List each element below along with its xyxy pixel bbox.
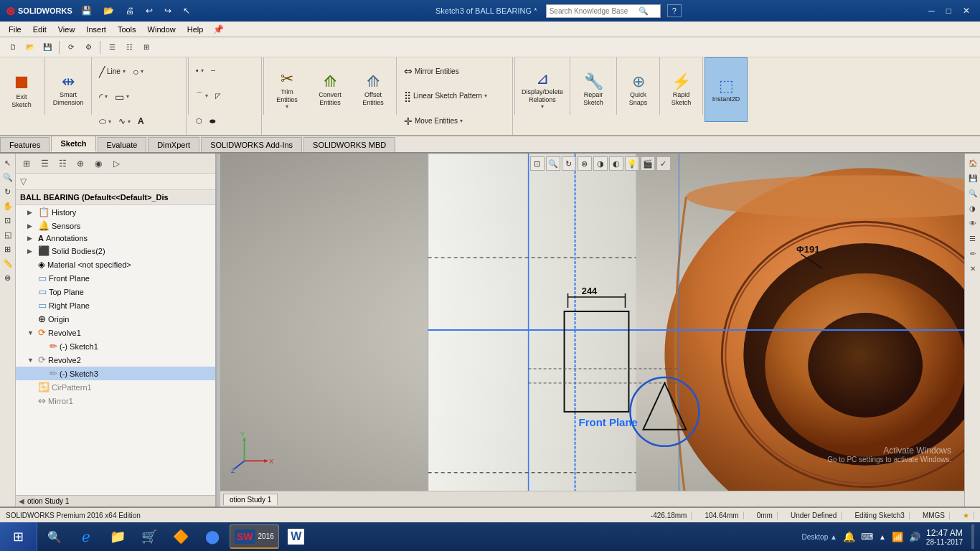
rp-view[interactable]: 👁	[966, 217, 979, 230]
qa-new[interactable]: 🗋	[6, 40, 20, 55]
quick-snaps-btn[interactable]: ⊕ Quick Snaps	[618, 57, 658, 122]
vp-zoom-in[interactable]: 🔍	[546, 156, 560, 171]
close-btn[interactable]: ✕	[958, 4, 974, 17]
exit-sketch-btn[interactable]: ⏹ Exit Sketch	[0, 57, 43, 122]
qa-save[interactable]: 💾	[40, 40, 55, 55]
move-dd[interactable]: ▾	[460, 118, 463, 124]
sidebar-btn-more[interactable]: ▷	[108, 156, 124, 171]
vp-section[interactable]: ⊗	[578, 156, 592, 171]
sidebar-item-top-plane[interactable]: ▶ ▭ Top Plane	[16, 285, 215, 298]
lp-zoom[interactable]: 🔍	[1, 171, 14, 184]
spline-btn[interactable]: ∿ ▾	[116, 115, 133, 128]
taskbar-arrow-up[interactable]: ▲	[879, 533, 886, 541]
sidebar-btn-list2[interactable]: ☷	[55, 156, 70, 171]
qa-extra2[interactable]: ☷	[122, 40, 136, 55]
menu-insert[interactable]: Insert	[80, 24, 112, 35]
vp-scene[interactable]: 🎬	[641, 156, 655, 171]
rect-btn[interactable]: ▭ ▾	[112, 90, 132, 104]
lp-pan[interactable]: ✋	[1, 199, 14, 212]
start-button[interactable]: ⊞	[0, 522, 37, 551]
title-quick-open[interactable]: 📂	[100, 4, 117, 17]
point-btn[interactable]: •▾	[193, 65, 207, 76]
centerline-btn[interactable]: ╌	[208, 65, 218, 76]
taskbar-network[interactable]: 📶	[892, 532, 903, 542]
menu-help[interactable]: Help	[182, 24, 209, 35]
rp-list[interactable]: ☰	[966, 232, 979, 245]
tab-dimxpert[interactable]: DimXpert	[148, 137, 199, 152]
qa-extra1[interactable]: ☰	[105, 40, 119, 55]
qa-extra3[interactable]: ⊞	[139, 40, 154, 55]
motion-study-tab[interactable]: otion Study 1	[223, 494, 278, 505]
sidebar-item-sketch3[interactable]: ▶ ✏ (-) Sketch3	[16, 367, 215, 380]
fillet-dd[interactable]: ▾	[205, 93, 208, 99]
taskbar-ie[interactable]: ℯ	[72, 524, 100, 549]
title-quick-redo[interactable]: ↪	[161, 4, 174, 17]
lp-rotate[interactable]: ↻	[1, 185, 14, 198]
line-btn[interactable]: ╱ Line ▾	[96, 65, 128, 79]
sidebar-btn-target[interactable]: ⊕	[72, 156, 88, 171]
sidebar-item-annotations[interactable]: ▶ A Annotations	[16, 232, 215, 244]
qa-open[interactable]: 📂	[23, 40, 37, 55]
annotations-expand[interactable]: ▶	[27, 235, 36, 242]
taskbar-word[interactable]: W	[282, 524, 311, 549]
lp-view2[interactable]: ⊞	[1, 242, 14, 255]
taskbar-vlc[interactable]: 🔶	[166, 524, 195, 549]
sidebar-item-revolve1[interactable]: ▼ ⟳ Revolve1	[16, 326, 215, 339]
taskbar-desktop-btn[interactable]: Desktop ▲	[802, 533, 837, 541]
search-box[interactable]: 🔍	[546, 4, 661, 18]
smart-dimension-btn[interactable]: ⇹ Smart Dimension	[47, 57, 90, 122]
taskbar-keyboard[interactable]: ⌨	[861, 532, 873, 542]
sidebar-item-front-plane[interactable]: ▶ ▭ Front Plane	[16, 271, 215, 285]
revolve1-expand[interactable]: ▼	[27, 329, 36, 336]
circle-dropdown[interactable]: ▾	[141, 68, 143, 75]
title-quick-undo[interactable]: ↩	[143, 4, 156, 17]
sidebar-item-material[interactable]: ▶ ◈ Material <not specified>	[16, 258, 215, 271]
instant2d-btn[interactable]: ⬚ Instant2D	[705, 57, 748, 122]
tab-solidworks-mbd[interactable]: SOLIDWORKS MBD	[303, 137, 395, 152]
title-quick-cursor[interactable]: ↖	[180, 4, 193, 17]
clock[interactable]: 12:47 AM 28-11-2017	[926, 528, 963, 546]
vp-rotate[interactable]: ↻	[562, 156, 576, 171]
rp-edit[interactable]: ✏	[966, 247, 979, 260]
fillet-btn[interactable]: ⌒▾	[193, 89, 211, 102]
slot-dropdown[interactable]: ▾	[108, 118, 111, 125]
taskbar-store[interactable]: 🛒	[135, 524, 164, 549]
viewport[interactable]: ⊡ 🔍 ↻ ⊗ ◑ ◐ 💡 🎬 ✓	[220, 154, 980, 507]
move-entities-btn[interactable]: ✛ Move Entities ▾	[401, 114, 509, 128]
slot-btn[interactable]: ⬭ ▾	[96, 115, 114, 128]
sidebar-scroll-left[interactable]: ◀	[19, 497, 24, 505]
title-quick-save[interactable]: 💾	[78, 4, 95, 17]
help-btn[interactable]: ?	[667, 4, 682, 17]
maximize-btn[interactable]: □	[942, 4, 956, 17]
rapid-sketch-btn[interactable]: ⚡ Rapid Sketch	[661, 57, 701, 122]
line-dropdown[interactable]: ▾	[123, 68, 126, 75]
sidebar-item-revolve2[interactable]: ▼ ⟳ Revolve2	[16, 353, 215, 367]
rp-home[interactable]: 🏠	[966, 156, 979, 169]
display-delete-relations-btn[interactable]: ⊿ Display/Delete Relations ▾	[517, 57, 568, 122]
arc-btn[interactable]: ◜ ▾	[96, 90, 110, 104]
point-dd[interactable]: ▾	[201, 67, 204, 74]
sidebar-item-origin[interactable]: ▶ ⊕ Origin	[16, 312, 215, 326]
vp-lights[interactable]: 💡	[625, 156, 639, 171]
status-gold[interactable]: ★	[958, 512, 974, 519]
lp-view1[interactable]: ◱	[1, 228, 14, 241]
lp-select[interactable]: ↖	[1, 156, 14, 169]
chamfer-btn[interactable]: ◸	[212, 90, 224, 101]
sidebar-item-sketch1[interactable]: ▶ ✏ (-) Sketch1	[16, 339, 215, 353]
repair-sketch-btn[interactable]: 🔧 Repair Sketch	[572, 57, 615, 122]
tab-evaluate[interactable]: Evaluate	[98, 137, 147, 152]
taskbar-explorer[interactable]: 📁	[103, 524, 132, 549]
lp-section[interactable]: ⊗	[1, 271, 14, 284]
circle-btn[interactable]: ○ ▾	[130, 65, 146, 79]
tab-features[interactable]: Features	[0, 137, 50, 152]
display-dd[interactable]: ▾	[541, 103, 544, 110]
spline-dropdown[interactable]: ▾	[128, 118, 131, 125]
taskbar-search[interactable]: 🔍	[40, 524, 69, 549]
solid-bodies-expand[interactable]: ▶	[27, 248, 36, 255]
offset-entities-btn[interactable]: ⟰ Offset Entities	[352, 57, 395, 122]
qa-settings[interactable]: ⚙	[81, 40, 95, 55]
menu-file[interactable]: File	[3, 24, 27, 35]
rp-save[interactable]: 💾	[966, 171, 979, 184]
taskbar-speaker[interactable]: 🔊	[909, 532, 920, 542]
rp-zoom[interactable]: 🔍	[966, 187, 979, 199]
